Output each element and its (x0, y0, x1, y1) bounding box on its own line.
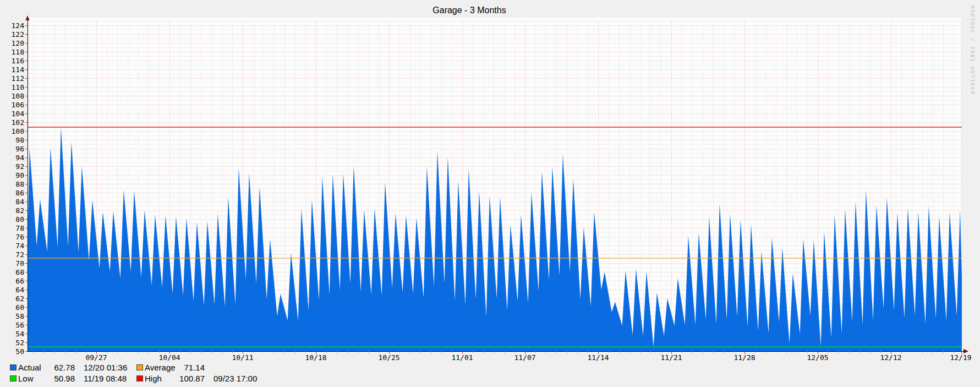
svg-text:60: 60 (15, 303, 24, 312)
svg-text:104: 104 (12, 110, 25, 118)
svg-text:96: 96 (15, 145, 24, 153)
svg-text:80: 80 (15, 215, 24, 224)
svg-text:10/04: 10/04 (158, 353, 180, 362)
svg-text:74: 74 (15, 242, 24, 250)
actual-series-swatch (10, 364, 17, 370)
legend-time-high: 09/23 17:00 (213, 374, 274, 383)
svg-text:90: 90 (15, 171, 24, 179)
svg-text:116: 116 (12, 57, 24, 65)
svg-text:78: 78 (15, 224, 24, 232)
svg-text:54: 54 (15, 330, 24, 338)
svg-text:56: 56 (15, 321, 24, 329)
legend-row-2: Low 50.98 11/19 08:48 High 100.87 09/23 … (0, 374, 495, 384)
temperature-area-chart: 5052545658606264666870727476788082848688… (0, 0, 980, 387)
svg-text:11/01: 11/01 (451, 353, 473, 362)
legend-time-low: 11/19 08:48 (84, 374, 144, 383)
svg-text:84: 84 (15, 198, 24, 206)
svg-text:92: 92 (15, 162, 24, 171)
svg-text:94: 94 (15, 154, 24, 162)
svg-text:110: 110 (12, 83, 24, 91)
legend-time-actual: 12/20 01:36 (84, 363, 144, 372)
legend-row-1: Actual 62.78 12/20 01:36 Average 71.14 (0, 363, 495, 373)
svg-text:11/28: 11/28 (733, 353, 755, 362)
svg-text:122: 122 (12, 30, 24, 39)
low-series-swatch (10, 375, 17, 381)
rrdtool-graph-panel: Garage - 3 Months 5052545658606264666870… (0, 0, 980, 387)
rrdtool-watermark: RRDTOOL / TOBI OETIKER (970, 6, 975, 95)
svg-text:64: 64 (15, 286, 24, 294)
svg-text:102: 102 (12, 118, 24, 127)
svg-text:100: 100 (12, 127, 24, 135)
svg-text:106: 106 (12, 101, 24, 109)
svg-text:11/07: 11/07 (514, 353, 535, 362)
svg-text:62: 62 (15, 295, 24, 303)
svg-text:12/05: 12/05 (807, 353, 828, 362)
svg-text:124: 124 (12, 21, 25, 30)
high-series-swatch (136, 375, 143, 381)
svg-text:108: 108 (12, 92, 24, 100)
svg-text:72: 72 (15, 250, 24, 259)
svg-text:120: 120 (12, 39, 24, 47)
svg-text:88: 88 (15, 180, 24, 188)
svg-text:10/11: 10/11 (232, 353, 253, 362)
svg-text:66: 66 (15, 277, 24, 285)
svg-text:86: 86 (15, 189, 24, 197)
svg-text:82: 82 (15, 206, 24, 215)
average-series-swatch (136, 364, 143, 370)
svg-text:118: 118 (12, 48, 24, 56)
svg-text:98: 98 (15, 136, 24, 144)
svg-text:11/21: 11/21 (660, 353, 682, 362)
legend-value-average: 71.14 (169, 363, 205, 372)
svg-text:114: 114 (12, 66, 25, 74)
svg-text:50: 50 (15, 347, 24, 356)
svg-text:58: 58 (15, 312, 24, 320)
svg-text:10/18: 10/18 (305, 353, 326, 362)
svg-text:12/19: 12/19 (950, 353, 971, 362)
legend-value-low: 50.98 (43, 374, 75, 383)
legend-value-high: 100.87 (169, 374, 205, 383)
svg-text:68: 68 (15, 268, 24, 276)
svg-text:76: 76 (15, 233, 24, 241)
svg-text:70: 70 (15, 259, 24, 268)
svg-text:10/25: 10/25 (378, 353, 399, 362)
svg-text:112: 112 (12, 74, 24, 83)
legend-value-actual: 62.78 (43, 363, 75, 372)
svg-text:09/27: 09/27 (85, 353, 107, 362)
svg-text:52: 52 (15, 339, 24, 347)
svg-text:12/12: 12/12 (880, 353, 901, 362)
svg-text:11/14: 11/14 (587, 353, 609, 362)
